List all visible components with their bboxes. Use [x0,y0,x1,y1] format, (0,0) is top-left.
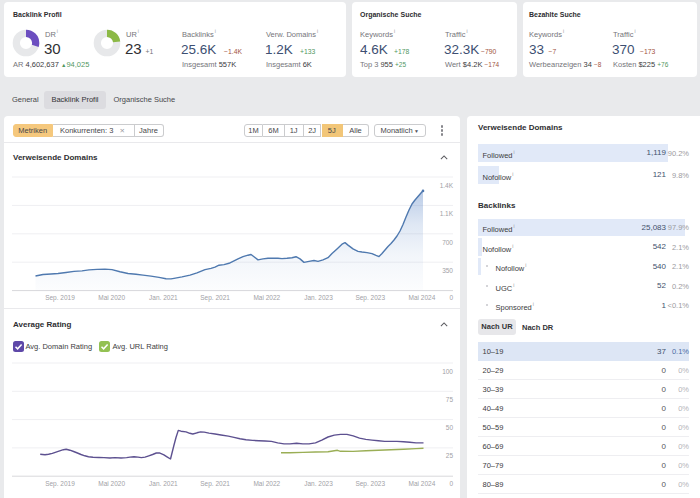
svg-text:Mai 2020: Mai 2020 [98,480,125,487]
svg-text:0: 0 [449,480,453,487]
svg-text:Mai 2022: Mai 2022 [253,294,280,301]
svg-text:Mai 2024: Mai 2024 [409,480,436,487]
svg-text:Mai 2020: Mai 2020 [98,294,125,301]
svg-text:Jan. 2023: Jan. 2023 [304,480,333,487]
svg-text:700: 700 [442,239,453,246]
svg-text:Jan. 2021: Jan. 2021 [149,480,178,487]
svg-text:Mai 2022: Mai 2022 [253,480,280,487]
svg-text:Jan. 2021: Jan. 2021 [149,294,178,301]
svg-text:25: 25 [446,452,454,459]
svg-text:75: 75 [446,396,454,403]
svg-text:1.1K: 1.1K [440,210,454,217]
svg-text:1.4K: 1.4K [440,182,454,189]
svg-text:Sep. 2023: Sep. 2023 [355,480,385,488]
svg-text:0: 0 [449,294,453,301]
svg-text:Sep. 2019: Sep. 2019 [45,480,75,488]
svg-text:350: 350 [442,267,453,274]
svg-text:Mai 2024: Mai 2024 [409,294,436,301]
svg-text:Sep. 2023: Sep. 2023 [355,294,385,302]
svg-text:Sep. 2021: Sep. 2021 [200,294,230,302]
svg-text:Sep. 2019: Sep. 2019 [45,294,75,302]
svg-text:100: 100 [442,368,453,375]
svg-text:50: 50 [446,424,454,431]
svg-text:Sep. 2021: Sep. 2021 [200,480,230,488]
svg-text:Jan. 2023: Jan. 2023 [304,294,333,301]
